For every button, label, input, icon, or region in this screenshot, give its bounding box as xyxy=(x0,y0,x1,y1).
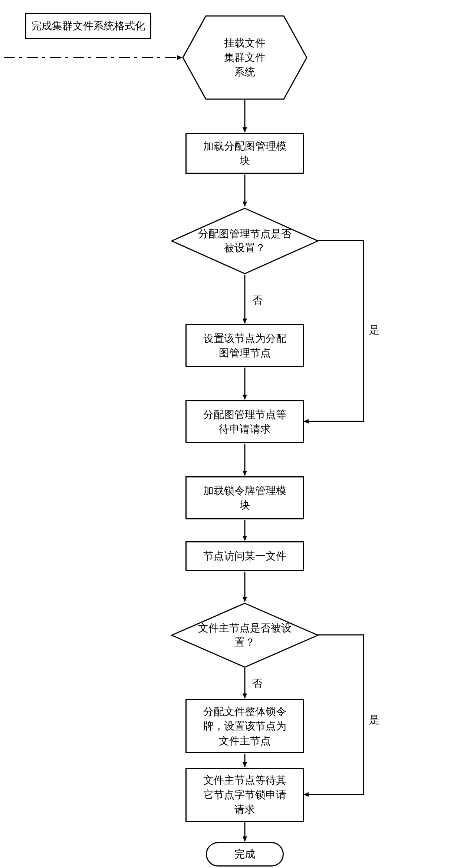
d2-no-label: 否 xyxy=(252,676,263,691)
end-text: 完成 xyxy=(234,847,255,861)
b5-text: 节点访问某一文件 xyxy=(203,549,286,563)
end-terminator: 完成 xyxy=(206,842,284,867)
b3-text: 分配图管理节点等 待申请请求 xyxy=(203,407,286,436)
start-text: 挂载文件 集群文件 系统 xyxy=(201,36,289,79)
external-ref-box: 完成集群文件系统格式化 xyxy=(25,13,151,39)
d1-no-label: 否 xyxy=(252,293,263,307)
load-alloc-module-box: 加载分配图管理模 块 xyxy=(185,133,304,174)
b1-text: 加载分配图管理模 块 xyxy=(203,139,286,168)
node-access-file-box: 节点访问某一文件 xyxy=(185,541,304,571)
d1-text: 分配图管理节点是否 被设置？ xyxy=(189,227,300,255)
file-master-wait-box: 文件主节点等待其 它节点字节锁申请 请求 xyxy=(185,768,304,822)
decision-file-master-set: 文件主节点是否被设 置？ xyxy=(171,602,319,668)
b4-text: 加载锁令牌管理模 块 xyxy=(203,483,286,512)
b7-text: 文件主节点等待其 它节点字节锁申请 请求 xyxy=(203,773,286,817)
decision-alloc-node-set: 分配图管理节点是否 被设置？ xyxy=(171,207,319,275)
d2-yes-label: 是 xyxy=(369,713,379,727)
b6-text: 分配文件整体锁令 牌，设置该节点为 文件主节点 xyxy=(203,704,286,748)
d2-text: 文件主节点是否被设 置？ xyxy=(189,621,300,649)
start-hexagon: 挂载文件 集群文件 系统 xyxy=(182,15,308,100)
external-ref-text: 完成集群文件系统格式化 xyxy=(31,19,145,33)
alloc-node-wait-box: 分配图管理节点等 待申请请求 xyxy=(185,400,304,443)
assign-file-lock-box: 分配文件整体锁令 牌，设置该节点为 文件主节点 xyxy=(185,699,304,753)
b2-text: 设置该节点为分配 图管理节点 xyxy=(203,331,286,360)
d1-yes-label: 是 xyxy=(369,323,379,337)
load-lock-token-box: 加载锁令牌管理模 块 xyxy=(185,476,304,519)
set-alloc-node-box: 设置该节点为分配 图管理节点 xyxy=(185,324,304,367)
